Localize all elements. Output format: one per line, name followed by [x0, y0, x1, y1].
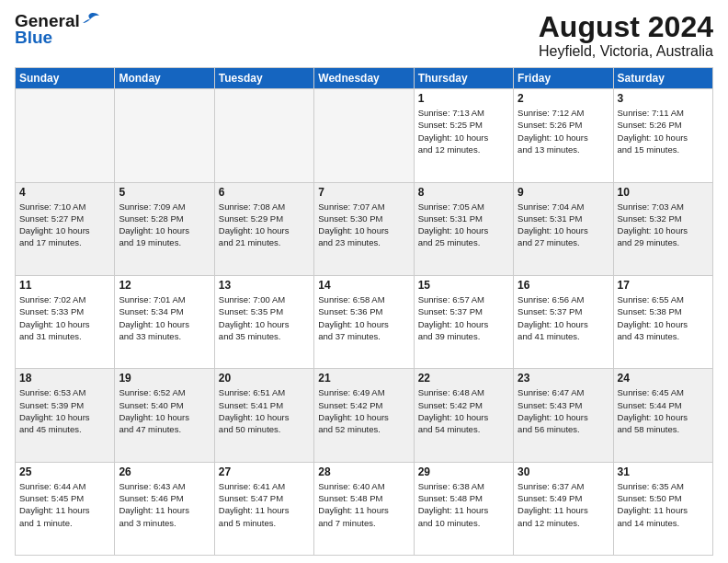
table-row [314, 89, 414, 182]
day-number: 1 [418, 92, 509, 105]
table-row: 1Sunrise: 7:13 AM Sunset: 5:25 PM Daylig… [414, 89, 513, 182]
day-number: 7 [318, 186, 409, 199]
col-friday: Friday [514, 68, 613, 89]
day-number: 18 [19, 372, 110, 385]
day-number: 26 [119, 465, 210, 478]
table-row: 13Sunrise: 7:00 AM Sunset: 5:35 PM Dayli… [214, 275, 313, 368]
day-info: Sunrise: 7:10 AM Sunset: 5:27 PM Dayligh… [19, 201, 110, 249]
table-row: 17Sunrise: 6:55 AM Sunset: 5:38 PM Dayli… [613, 275, 712, 368]
col-wednesday: Wednesday [314, 68, 414, 89]
table-row: 3Sunrise: 7:11 AM Sunset: 5:26 PM Daylig… [613, 89, 712, 182]
table-row: 28Sunrise: 6:40 AM Sunset: 5:48 PM Dayli… [314, 462, 414, 555]
table-row: 31Sunrise: 6:35 AM Sunset: 5:50 PM Dayli… [613, 462, 712, 555]
day-info: Sunrise: 6:56 AM Sunset: 5:37 PM Dayligh… [518, 293, 609, 342]
table-row: 24Sunrise: 6:45 AM Sunset: 5:44 PM Dayli… [613, 369, 712, 462]
day-number: 24 [618, 372, 709, 385]
day-number: 14 [318, 279, 409, 292]
day-number: 25 [19, 465, 110, 478]
day-number: 12 [119, 279, 210, 292]
day-info: Sunrise: 7:08 AM Sunset: 5:29 PM Dayligh… [219, 201, 310, 249]
day-number: 22 [418, 372, 509, 385]
table-row: 27Sunrise: 6:41 AM Sunset: 5:47 PM Dayli… [214, 462, 313, 555]
table-row: 21Sunrise: 6:49 AM Sunset: 5:42 PM Dayli… [314, 369, 414, 462]
calendar-week-row: 11Sunrise: 7:02 AM Sunset: 5:33 PM Dayli… [16, 275, 713, 368]
table-row: 18Sunrise: 6:53 AM Sunset: 5:39 PM Dayli… [16, 369, 115, 462]
table-row: 6Sunrise: 7:08 AM Sunset: 5:29 PM Daylig… [214, 182, 313, 275]
table-row: 29Sunrise: 6:38 AM Sunset: 5:48 PM Dayli… [414, 462, 513, 555]
day-number: 10 [618, 186, 709, 199]
page: General Blue August 2024 Heyfield, Victo… [0, 0, 728, 563]
day-number: 8 [418, 186, 509, 199]
day-info: Sunrise: 7:00 AM Sunset: 5:35 PM Dayligh… [219, 293, 310, 342]
day-number: 20 [219, 372, 310, 385]
day-number: 19 [119, 372, 210, 385]
calendar-week-row: 4Sunrise: 7:10 AM Sunset: 5:27 PM Daylig… [16, 182, 713, 275]
logo-bird-icon [81, 12, 99, 27]
calendar-week-row: 1Sunrise: 7:13 AM Sunset: 5:25 PM Daylig… [16, 89, 713, 182]
day-info: Sunrise: 7:04 AM Sunset: 5:31 PM Dayligh… [518, 201, 609, 249]
table-row: 16Sunrise: 6:56 AM Sunset: 5:37 PM Dayli… [514, 275, 613, 368]
page-title: August 2024 [539, 11, 713, 43]
logo-blue: Blue [15, 28, 52, 48]
day-info: Sunrise: 6:43 AM Sunset: 5:46 PM Dayligh… [119, 480, 210, 529]
page-subtitle: Heyfield, Victoria, Australia [539, 43, 713, 60]
table-row: 7Sunrise: 7:07 AM Sunset: 5:30 PM Daylig… [314, 182, 414, 275]
day-number: 31 [618, 465, 709, 478]
day-info: Sunrise: 6:53 AM Sunset: 5:39 PM Dayligh… [19, 386, 110, 435]
day-info: Sunrise: 7:09 AM Sunset: 5:28 PM Dayligh… [119, 201, 210, 249]
day-info: Sunrise: 7:03 AM Sunset: 5:32 PM Dayligh… [618, 201, 709, 249]
day-info: Sunrise: 7:01 AM Sunset: 5:34 PM Dayligh… [119, 293, 210, 342]
table-row: 22Sunrise: 6:48 AM Sunset: 5:42 PM Dayli… [414, 369, 513, 462]
day-info: Sunrise: 6:45 AM Sunset: 5:44 PM Dayligh… [618, 386, 709, 435]
table-row: 15Sunrise: 6:57 AM Sunset: 5:37 PM Dayli… [414, 275, 513, 368]
table-row: 4Sunrise: 7:10 AM Sunset: 5:27 PM Daylig… [16, 182, 115, 275]
table-row: 25Sunrise: 6:44 AM Sunset: 5:45 PM Dayli… [16, 462, 115, 555]
day-info: Sunrise: 7:05 AM Sunset: 5:31 PM Dayligh… [418, 201, 509, 249]
table-row: 19Sunrise: 6:52 AM Sunset: 5:40 PM Dayli… [115, 369, 214, 462]
day-info: Sunrise: 6:52 AM Sunset: 5:40 PM Dayligh… [119, 386, 210, 435]
day-info: Sunrise: 7:02 AM Sunset: 5:33 PM Dayligh… [19, 293, 110, 342]
table-row: 5Sunrise: 7:09 AM Sunset: 5:28 PM Daylig… [115, 182, 214, 275]
day-info: Sunrise: 6:49 AM Sunset: 5:42 PM Dayligh… [318, 386, 409, 435]
day-number: 5 [119, 186, 210, 199]
day-info: Sunrise: 6:57 AM Sunset: 5:37 PM Dayligh… [418, 293, 509, 342]
day-number: 17 [618, 279, 709, 292]
table-row [16, 89, 115, 182]
table-row: 30Sunrise: 6:37 AM Sunset: 5:49 PM Dayli… [514, 462, 613, 555]
logo: General Blue [15, 11, 99, 48]
day-info: Sunrise: 6:44 AM Sunset: 5:45 PM Dayligh… [19, 480, 110, 529]
day-info: Sunrise: 7:11 AM Sunset: 5:26 PM Dayligh… [618, 107, 709, 155]
day-info: Sunrise: 6:55 AM Sunset: 5:38 PM Dayligh… [618, 293, 709, 342]
day-info: Sunrise: 6:38 AM Sunset: 5:48 PM Dayligh… [418, 480, 509, 529]
calendar: Sunday Monday Tuesday Wednesday Thursday… [15, 67, 713, 556]
table-row: 2Sunrise: 7:12 AM Sunset: 5:26 PM Daylig… [514, 89, 613, 182]
day-info: Sunrise: 6:47 AM Sunset: 5:43 PM Dayligh… [518, 386, 609, 435]
calendar-header-row: Sunday Monday Tuesday Wednesday Thursday… [16, 68, 713, 89]
day-number: 21 [318, 372, 409, 385]
day-info: Sunrise: 6:35 AM Sunset: 5:50 PM Dayligh… [618, 480, 709, 529]
day-info: Sunrise: 6:48 AM Sunset: 5:42 PM Dayligh… [418, 386, 509, 435]
day-number: 11 [19, 279, 110, 292]
col-saturday: Saturday [613, 68, 712, 89]
day-info: Sunrise: 6:58 AM Sunset: 5:36 PM Dayligh… [318, 293, 409, 342]
day-number: 16 [518, 279, 609, 292]
table-row [115, 89, 214, 182]
day-number: 3 [618, 92, 709, 105]
table-row: 12Sunrise: 7:01 AM Sunset: 5:34 PM Dayli… [115, 275, 214, 368]
day-number: 23 [518, 372, 609, 385]
day-info: Sunrise: 6:37 AM Sunset: 5:49 PM Dayligh… [518, 480, 609, 529]
day-number: 2 [518, 92, 609, 105]
header: General Blue August 2024 Heyfield, Victo… [15, 11, 713, 60]
col-thursday: Thursday [414, 68, 513, 89]
table-row: 9Sunrise: 7:04 AM Sunset: 5:31 PM Daylig… [514, 182, 613, 275]
day-info: Sunrise: 6:51 AM Sunset: 5:41 PM Dayligh… [219, 386, 310, 435]
table-row: 23Sunrise: 6:47 AM Sunset: 5:43 PM Dayli… [514, 369, 613, 462]
day-info: Sunrise: 7:07 AM Sunset: 5:30 PM Dayligh… [318, 201, 409, 249]
table-row: 11Sunrise: 7:02 AM Sunset: 5:33 PM Dayli… [16, 275, 115, 368]
table-row [214, 89, 313, 182]
calendar-week-row: 18Sunrise: 6:53 AM Sunset: 5:39 PM Dayli… [16, 369, 713, 462]
table-row: 10Sunrise: 7:03 AM Sunset: 5:32 PM Dayli… [613, 182, 712, 275]
table-row: 20Sunrise: 6:51 AM Sunset: 5:41 PM Dayli… [214, 369, 313, 462]
day-number: 15 [418, 279, 509, 292]
table-row: 14Sunrise: 6:58 AM Sunset: 5:36 PM Dayli… [314, 275, 414, 368]
